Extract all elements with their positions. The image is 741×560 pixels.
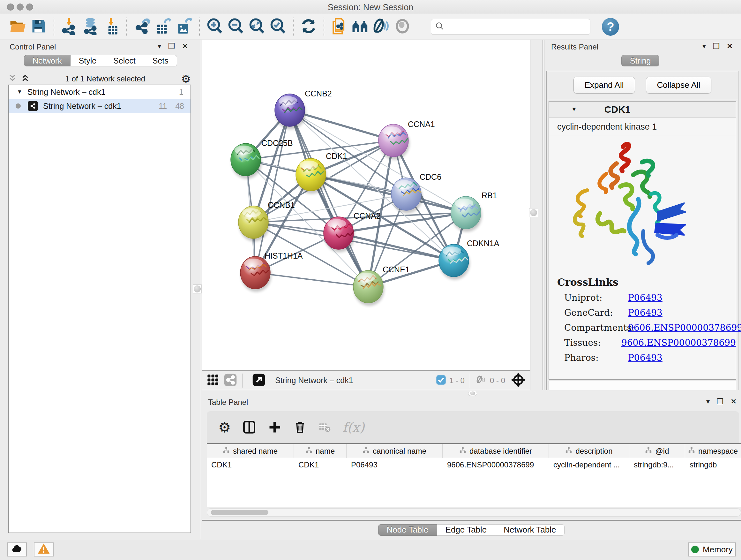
column-header-3[interactable]: database identifier bbox=[443, 444, 549, 458]
close-results-icon[interactable]: ✕ bbox=[727, 43, 733, 50]
svg-text:CDK1: CDK1 bbox=[326, 152, 347, 161]
show-columns-icon[interactable] bbox=[242, 420, 256, 434]
network-node-CCNA1: CCNA1 bbox=[379, 120, 435, 160]
tab-string[interactable]: String bbox=[621, 55, 659, 66]
import-database-button[interactable] bbox=[80, 16, 101, 37]
column-tree-icon bbox=[306, 447, 313, 455]
save-session-button[interactable] bbox=[28, 16, 49, 37]
zoom-fit-button[interactable] bbox=[246, 16, 267, 37]
column-header-4[interactable]: description bbox=[549, 444, 629, 458]
results-scroll-strip bbox=[549, 381, 736, 390]
network-row[interactable]: String Network – cdk1 11 48 bbox=[9, 99, 191, 113]
export-network-button[interactable] bbox=[131, 16, 152, 37]
table-settings-gear-icon[interactable]: ⚙ bbox=[218, 419, 231, 435]
pharos-link[interactable]: P06493 bbox=[628, 353, 663, 363]
first-neighbors-button[interactable] bbox=[350, 16, 371, 37]
node-table: shared namenamecanonical namedatabase id… bbox=[207, 443, 741, 507]
column-header-5[interactable]: @id bbox=[629, 444, 685, 458]
zoom-out-button[interactable] bbox=[225, 16, 246, 37]
create-column-plus-icon[interactable] bbox=[268, 420, 282, 434]
status-bar: Memory bbox=[0, 539, 741, 560]
genecard-link[interactable]: P06493 bbox=[628, 307, 663, 318]
hscrollbar-thumb[interactable] bbox=[211, 510, 268, 515]
gene-section-header[interactable]: ▼ CDK1 bbox=[549, 102, 736, 118]
tissues-link[interactable]: 9606.ENSP00000378699 bbox=[621, 337, 736, 348]
close-panel-icon[interactable]: ✕ bbox=[182, 43, 188, 50]
float-results-icon[interactable]: ❒ bbox=[713, 43, 720, 50]
export-network-icon bbox=[133, 17, 151, 37]
tab-node-table[interactable]: Node Table bbox=[378, 524, 437, 536]
table-cell: 9606.ENSP00000378699 bbox=[443, 458, 549, 472]
uniprot-link[interactable]: P06493 bbox=[628, 293, 663, 303]
table-toolbar: ⚙ f(x) bbox=[207, 411, 739, 443]
left-splitter-handle[interactable] bbox=[193, 285, 202, 294]
import-table-button[interactable] bbox=[101, 16, 122, 37]
float-panel-icon[interactable]: ❒ bbox=[168, 43, 175, 50]
close-table-icon[interactable]: ✕ bbox=[731, 398, 737, 405]
table-panel-title: Table Panel bbox=[208, 398, 248, 407]
table-row[interactable]: CDK1CDK1P064939606.ENSP00000378699cyclin… bbox=[207, 458, 741, 472]
grid-view-icon[interactable] bbox=[206, 374, 219, 388]
network-selection-status: 1 of 1 Network selected bbox=[29, 74, 181, 83]
refresh-layout-button[interactable] bbox=[298, 16, 319, 37]
column-header-6[interactable]: namespace bbox=[685, 444, 741, 458]
crosslink-label: Pharos: bbox=[564, 353, 628, 363]
float-table-icon[interactable]: ❒ bbox=[717, 398, 724, 406]
collapse-table-icon[interactable]: ▾ bbox=[706, 398, 710, 405]
tab-sets[interactable]: Sets bbox=[144, 55, 177, 66]
export-image-button[interactable] bbox=[174, 16, 195, 37]
network-node-CDKN1A: CDKN1A bbox=[439, 239, 499, 280]
clone-network-button[interactable] bbox=[329, 16, 350, 37]
tab-edge-table[interactable]: Edge Table bbox=[437, 524, 495, 536]
gene-expander-icon[interactable]: ▼ bbox=[571, 106, 577, 113]
column-header-2[interactable]: canonical name bbox=[347, 444, 443, 458]
cloud-button[interactable] bbox=[7, 543, 27, 557]
network-view-title: String Network – cdk1 bbox=[275, 376, 353, 385]
memory-button[interactable]: Memory bbox=[688, 543, 736, 557]
collapse-panel-icon[interactable]: ▾ bbox=[158, 43, 161, 50]
svg-text:CDKN1A: CDKN1A bbox=[467, 239, 499, 248]
delete-column-trash-icon[interactable] bbox=[293, 421, 307, 434]
share-view-icon[interactable] bbox=[224, 373, 237, 388]
string-network-badge-icon bbox=[28, 101, 38, 111]
zoom-selected-button[interactable] bbox=[267, 16, 288, 37]
cloud-icon bbox=[10, 543, 23, 557]
column-header-0[interactable]: shared name bbox=[207, 444, 294, 458]
open-in-new-window-icon[interactable] bbox=[252, 373, 266, 388]
warnings-button[interactable] bbox=[34, 543, 54, 557]
selected-checkbox-icon[interactable] bbox=[436, 375, 446, 386]
tab-style[interactable]: Style bbox=[71, 55, 105, 66]
bottom-splitter-handle[interactable] bbox=[468, 391, 477, 396]
search-input[interactable] bbox=[445, 22, 579, 31]
table-hscrollbar[interactable] bbox=[207, 508, 741, 516]
show-all-button[interactable] bbox=[392, 16, 413, 37]
window-title: Session: New Session bbox=[0, 3, 741, 12]
hide-selected-button[interactable] bbox=[371, 16, 392, 37]
network-options-gear-icon[interactable]: ⚙ bbox=[181, 72, 191, 85]
zoom-in-button[interactable] bbox=[204, 16, 225, 37]
compartments-link[interactable]: 9606.ENSP00000378699 bbox=[628, 322, 741, 333]
open-file-button[interactable] bbox=[7, 16, 28, 37]
tab-network[interactable]: Network bbox=[24, 55, 71, 66]
collapse-results-icon[interactable]: ▾ bbox=[702, 43, 706, 50]
import-network-button[interactable] bbox=[59, 16, 80, 37]
expand-all-networks-icon[interactable] bbox=[8, 74, 17, 84]
crosslink-label: Uniprot: bbox=[564, 293, 628, 303]
memory-label: Memory bbox=[703, 545, 733, 555]
tab-select[interactable]: Select bbox=[105, 55, 144, 66]
right-splitter-handle[interactable] bbox=[529, 208, 538, 217]
collection-expander-icon[interactable]: ▼ bbox=[17, 89, 22, 95]
column-tree-icon bbox=[459, 447, 466, 455]
help-button[interactable]: ? bbox=[602, 18, 619, 36]
collapse-all-networks-icon[interactable] bbox=[21, 74, 29, 84]
network-collection-row[interactable]: ▼ String Network – cdk1 1 bbox=[9, 85, 191, 99]
column-header-1[interactable]: name bbox=[294, 444, 347, 458]
collapse-all-button[interactable]: Collapse All bbox=[646, 77, 712, 94]
hidden-eye-icon[interactable] bbox=[475, 374, 487, 387]
main-toolbar: ? bbox=[0, 14, 741, 40]
export-table-button[interactable] bbox=[152, 16, 174, 37]
birdseye-toggle-icon[interactable] bbox=[511, 373, 526, 388]
expand-all-button[interactable]: Expand All bbox=[574, 77, 635, 94]
tab-network-table[interactable]: Network Table bbox=[495, 524, 564, 536]
network-canvas[interactable]: CCNB2CCNA1CDC25BCDK1CDC6RB1CCNB1CCNA2CDK… bbox=[202, 40, 530, 371]
